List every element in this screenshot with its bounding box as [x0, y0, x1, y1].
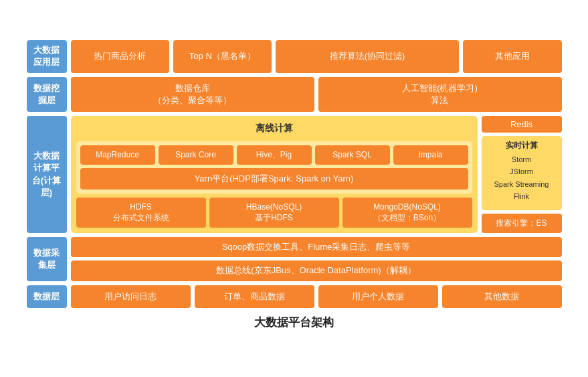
mining-layer-label: 数据挖掘层 — [27, 77, 67, 112]
collection-item-1: Sqoop数据交换工具、Flume采集日志、爬虫等等 — [71, 237, 562, 257]
offline-item-2: Spark Core — [159, 145, 233, 165]
data-layer-label: 数据层 — [27, 285, 67, 308]
realtime-box: 实时计算 Storm JStorm Spark Streaming Flink — [482, 136, 562, 210]
app-layer-row: 大数据应用层 热门商品分析 Top N（黑名单） 推荐算法(协同过滤) 其他应用 — [27, 40, 562, 72]
offline-title: 离线计算 — [76, 121, 472, 137]
offline-item-3: Hive、Pig — [237, 145, 312, 165]
compute-layer-label: 大数据计算平台(计算层) — [27, 116, 67, 233]
app-item-2: Top N（黑名单） — [173, 40, 272, 72]
search-box: 搜索引擎：ES — [482, 214, 562, 233]
collection-layer-row: 数据采集层 Sqoop数据交换工具、Flume采集日志、爬虫等等 数据总线(京东… — [27, 237, 562, 281]
storage-item-2: HBase(NoSQL) 基于HDFS — [209, 198, 339, 228]
offline-item-5: Impala — [393, 145, 468, 165]
realtime-item-3: Spark Streaming — [487, 179, 557, 190]
compute-main-area: 离线计算 MapReduce Spark Core Hive、Pig Spark… — [71, 116, 478, 233]
diagram-title: 大数据平台架构 — [27, 315, 562, 330]
app-layer-label: 大数据应用层 — [27, 40, 67, 72]
offline-item-4: Spark SQL — [315, 145, 390, 165]
compute-layer-row: 大数据计算平台(计算层) 离线计算 MapReduce Spark Core H… — [27, 116, 562, 233]
data-item-1: 用户访问日志 — [71, 285, 191, 308]
collection-layer-label: 数据采集层 — [27, 237, 67, 281]
storage-item-1: HDFS 分布式文件系统 — [76, 198, 206, 228]
offline-item-1: MapReduce — [80, 145, 155, 165]
redis-box: Redis — [482, 116, 562, 133]
realtime-item-2: JStorm — [487, 166, 557, 177]
storage-row: HDFS 分布式文件系统 HBase(NoSQL) 基于HDFS MongoDB… — [76, 198, 472, 228]
diagram-wrapper: 大数据应用层 热门商品分析 Top N（黑名单） 推荐算法(协同过滤) 其他应用… — [20, 33, 569, 344]
data-layer-row: 数据层 用户访问日志 订单、商品数据 用户个人数据 其他数据 — [27, 285, 562, 308]
storage-item-3: MongoDB(NoSQL) （文档型：BSon） — [342, 198, 472, 228]
compute-right-area: Redis 实时计算 Storm JStorm Spark Streaming … — [482, 116, 562, 233]
offline-items-row: MapReduce Spark Core Hive、Pig Spark SQL … — [80, 145, 468, 165]
realtime-item-4: Flink — [487, 191, 557, 202]
realtime-title: 实时计算 — [487, 140, 557, 151]
mining-item-1: 数据仓库 （分类、聚合等等） — [71, 77, 314, 112]
data-item-3: 用户个人数据 — [318, 285, 438, 308]
app-item-4: 其他应用 — [463, 40, 561, 72]
mining-item-2: 人工智能(机器学习) 算法 — [318, 77, 562, 112]
yarn-box: Yarn平台(HDP部署Spark: Spark on Yarn) — [80, 168, 468, 190]
app-item-1: 热门商品分析 — [71, 40, 169, 72]
app-item-3: 推荐算法(协同过滤) — [276, 40, 459, 72]
offline-inner: MapReduce Spark Core Hive、Pig Spark SQL … — [76, 141, 472, 194]
data-item-2: 订单、商品数据 — [195, 285, 314, 308]
mining-layer-row: 数据挖掘层 数据仓库 （分类、聚合等等） 人工智能(机器学习) 算法 — [27, 77, 562, 112]
collection-item-2: 数据总线(京东JBus、Oracle DataPlatform)（解耦） — [71, 260, 562, 281]
realtime-item-1: Storm — [487, 154, 557, 165]
data-item-4: 其他数据 — [442, 285, 562, 308]
